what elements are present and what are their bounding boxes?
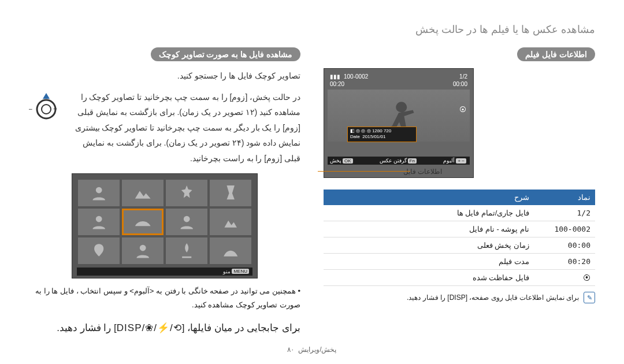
lcd-duration: 00:20 xyxy=(330,81,344,87)
nav-keys-line: برای جابجایی در میان فایلها، [DISP/❀/⚡/⟲… xyxy=(29,322,300,334)
lcd-counter: 1/2 xyxy=(459,73,467,80)
thumb-selected[interactable] xyxy=(122,209,164,235)
svg-text:−: − xyxy=(29,105,32,113)
note-text: برای نمایش اطلاعات فایل روی صفحه، [DISP]… xyxy=(407,294,579,302)
zoom-tip: در حالت پخش، [زوم] را به سمت چپ بچرخانید… xyxy=(69,90,300,166)
table-row: 100-0002نام پوشه - نام فایل xyxy=(324,221,595,237)
thumb[interactable] xyxy=(166,237,207,264)
thumb[interactable] xyxy=(210,237,251,264)
thumbnail-grid-frame: منو MENU xyxy=(72,173,258,278)
thumb[interactable] xyxy=(122,237,164,264)
file-info-pointer-label: اطلاعات فایل xyxy=(403,168,442,176)
thumb[interactable] xyxy=(78,209,120,235)
page-title: مشاهده عکس ها یا فیلم ها در حالت پخش xyxy=(29,23,595,36)
thumb[interactable] xyxy=(210,180,251,206)
album-bullet: همچنین می توانید در صفحه خانگی با رفتن ب… xyxy=(29,284,300,313)
thumb[interactable] xyxy=(166,209,207,235)
capture-button[interactable]: Fn xyxy=(408,158,417,164)
svg-point-7 xyxy=(140,245,146,251)
menu-button[interactable]: MENU xyxy=(232,269,249,274)
page-footer: پخش/ویرایش ۸۰ xyxy=(0,346,624,354)
section-head-thumbs: مشاهده فایل ها به صورت تصاویر کوچک xyxy=(151,47,300,61)
thumb[interactable] xyxy=(210,209,251,235)
legend-head-desc: شرح xyxy=(324,190,534,205)
lcd-file-info-box: ◧ ◎ ◎ ◎ 1280 720 Date 2015/01/01 xyxy=(347,127,417,142)
thumb[interactable] xyxy=(122,180,164,206)
svg-point-4 xyxy=(96,187,102,194)
lcd-clip-name: 100-0002 xyxy=(344,73,368,80)
thumb[interactable] xyxy=(78,237,120,264)
thumb[interactable] xyxy=(166,180,207,206)
thumb[interactable] xyxy=(78,180,120,206)
album-button[interactable]: − + xyxy=(456,158,466,164)
lcd-preview: 1/2 100-0002 ▮▮▮ 00:00 00:20 ⦿ xyxy=(324,68,474,178)
svg-point-5 xyxy=(96,216,102,222)
legend-table: نماد شرح 1/2فایل جاری/تمام فایل ها 100-0… xyxy=(324,190,595,286)
note-icon: ✎ xyxy=(584,292,595,303)
table-row: 00:00زمان پخش فعلی xyxy=(324,237,595,254)
svg-text:+: + xyxy=(53,105,57,113)
menu-label: منو xyxy=(223,269,231,274)
legend-head-sym: نماد xyxy=(534,190,595,205)
table-row: 00:20مدت فیلم xyxy=(324,254,595,270)
section-head-file-info: اطلاعات فایل فیلم xyxy=(517,47,595,61)
zoom-lever-icon: − + xyxy=(29,90,64,124)
table-row: ⦿فایل حفاظت شده xyxy=(324,270,595,286)
table-row: 1/2فایل جاری/تمام فایل ها xyxy=(324,205,595,221)
svg-point-1 xyxy=(42,105,51,114)
svg-point-6 xyxy=(184,216,190,222)
protect-icon: ⦿ xyxy=(459,106,466,114)
thumbs-intro: تصاویر کوچک فایل ها را جستجو کنید. xyxy=(29,68,300,84)
lcd-elapsed: 00:00 xyxy=(453,81,467,87)
callout-line xyxy=(318,171,410,172)
play-button[interactable]: OK xyxy=(343,158,353,164)
